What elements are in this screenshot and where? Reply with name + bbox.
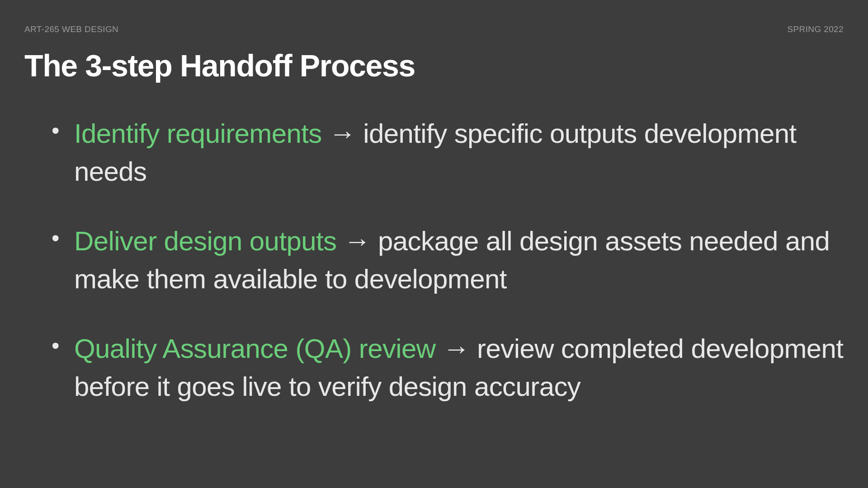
course-label: ART-265 WEB DESIGN xyxy=(24,24,118,34)
bullet-highlight: Quality Assurance (QA) review xyxy=(74,333,436,364)
arrow-icon: → xyxy=(344,226,378,256)
bullet-list: Identify requirements → identify specifi… xyxy=(24,115,844,406)
bullet-highlight: Deliver design outputs xyxy=(74,226,336,256)
bullet-item: Deliver design outputs → package all des… xyxy=(52,222,844,298)
arrow-icon: → xyxy=(443,333,477,364)
arrow-icon: → xyxy=(329,118,363,149)
slide-title: The 3-step Handoff Process xyxy=(24,48,844,83)
semester-label: SPRING 2022 xyxy=(787,24,844,34)
slide-header: ART-265 WEB DESIGN SPRING 2022 xyxy=(24,24,844,34)
bullet-highlight: Identify requirements xyxy=(74,118,322,149)
bullet-item: Quality Assurance (QA) review → review c… xyxy=(52,330,844,406)
bullet-item: Identify requirements → identify specifi… xyxy=(52,115,844,191)
